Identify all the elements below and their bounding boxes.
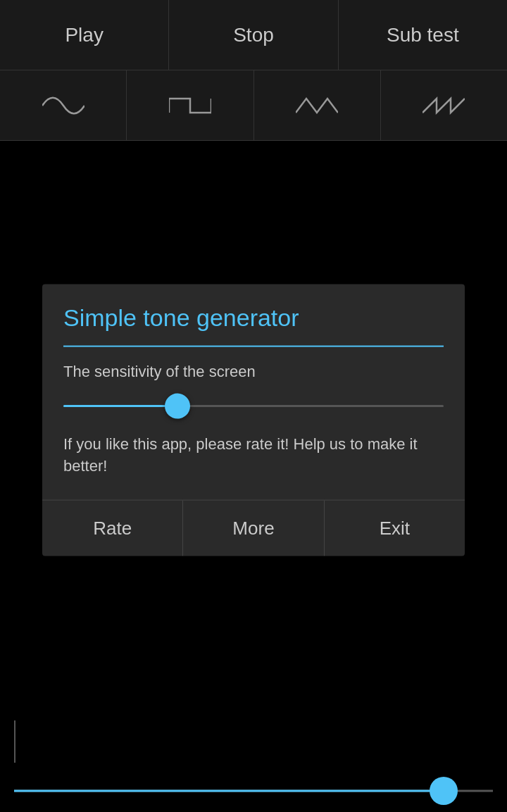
sensitivity-slider[interactable] [63, 392, 444, 420]
slider-thumb[interactable] [165, 393, 190, 418]
main-area: Simple tone generator The sensitivity of… [0, 141, 507, 699]
stop-button[interactable]: Stop [169, 0, 338, 70]
square-wave-icon [169, 92, 211, 120]
dialog-message: If you like this app, please rate it! He… [63, 432, 444, 477]
slider-fill [63, 405, 177, 407]
exit-button[interactable]: Exit [325, 501, 465, 556]
play-button[interactable]: Play [0, 0, 169, 70]
rate-button[interactable]: Rate [42, 501, 183, 556]
triangle-wave-icon [296, 92, 338, 120]
dialog-title: Simple tone generator [42, 284, 465, 345]
bottom-waveform [0, 713, 507, 770]
square-wave-button[interactable] [127, 70, 254, 140]
dialog-actions: Rate More Exit [42, 500, 465, 556]
sawtooth-wave-icon [423, 92, 465, 120]
subtest-button[interactable]: Sub test [339, 0, 507, 70]
bottom-frequency-slider[interactable] [0, 770, 507, 812]
dialog-body: The sensitivity of the screen If you lik… [42, 346, 465, 490]
sawtooth-wave-button[interactable] [381, 70, 507, 140]
bottom-area [0, 699, 507, 812]
wave-toolbar [0, 70, 507, 141]
triangle-wave-button[interactable] [254, 70, 381, 140]
sensitivity-label: The sensitivity of the screen [63, 362, 444, 380]
bottom-slider-fill [14, 790, 431, 792]
dialog: Simple tone generator The sensitivity of… [42, 284, 465, 556]
more-button[interactable]: More [183, 501, 324, 556]
sine-wave-icon [42, 92, 84, 120]
top-toolbar: Play Stop Sub test [0, 0, 507, 70]
waveform-bar [14, 720, 15, 763]
sine-wave-button[interactable] [0, 70, 127, 140]
bottom-slider-thumb[interactable] [430, 777, 458, 805]
